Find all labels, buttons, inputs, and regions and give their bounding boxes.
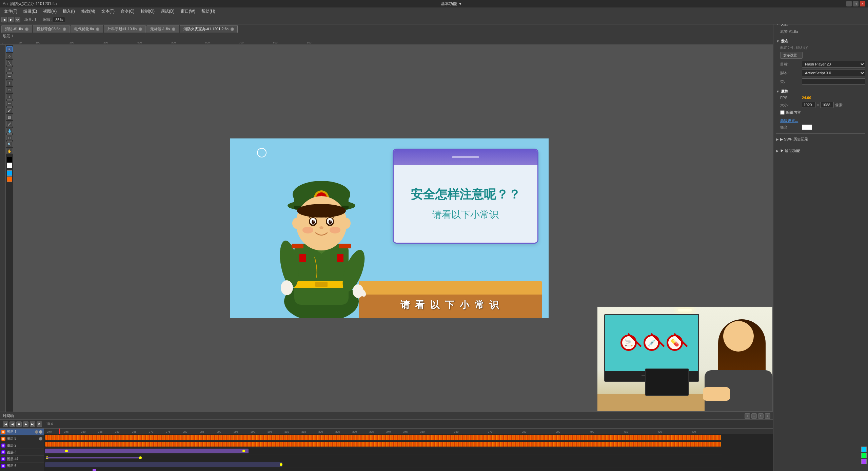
tl-delete-layer[interactable]: − — [751, 413, 757, 419]
tool-hand[interactable]: ✋ — [6, 148, 13, 154]
tab-4[interactable]: 无标题-1.fla × — [146, 25, 179, 33]
workspace-label[interactable]: 基本功能 ▼ — [441, 1, 462, 7]
menu-insert[interactable]: 插入(I) — [60, 8, 77, 15]
class-input[interactable] — [802, 78, 865, 84]
tool-oval[interactable]: ○ — [6, 94, 13, 100]
layer-vis-0[interactable] — [35, 430, 38, 434]
section-publish-header[interactable]: ▼ 发布 — [776, 37, 865, 45]
svg-point-48 — [330, 227, 340, 233]
script-row: 脚本: ActionScript 3.0 — [780, 70, 865, 76]
keyframe-dot-2a — [65, 450, 68, 452]
color-swatch-blue[interactable] — [7, 170, 12, 176]
play-forward[interactable]: ▶ — [23, 421, 28, 427]
width-input[interactable] — [802, 102, 815, 108]
layer-vis-1[interactable] — [39, 437, 42, 440]
title-bar: An 消防火灾宝办-1101201.fla 基本功能 ▼ − □ × — [0, 0, 868, 7]
play-stop[interactable]: ■ — [16, 421, 22, 427]
tool-text[interactable]: T — [6, 80, 13, 86]
layer-lock-0[interactable] — [39, 430, 42, 434]
tab-5[interactable]: 消防火灾宝办-#1.1201.2.fla × — [180, 25, 238, 33]
menu-text[interactable]: 文本(T) — [99, 8, 117, 15]
tab-close-4[interactable]: × — [172, 27, 175, 31]
tool-line[interactable]: ╲ — [6, 60, 13, 66]
auxiliary-header[interactable]: ▶ ▶ 辅助功能 — [776, 147, 865, 154]
tool-eyedrop[interactable]: 💧 — [6, 128, 13, 134]
menu-help[interactable]: 帮助(H) — [199, 8, 218, 15]
timeline-frames-panel[interactable]: 240 245 250 255 260 265 270 275 280 285 … — [44, 429, 773, 471]
swatch-purple[interactable] — [861, 459, 867, 464]
tool-zoom[interactable]: 🔍 — [6, 141, 13, 147]
color-swatch-orange[interactable] — [7, 176, 12, 182]
svg-text:400: 400 — [590, 430, 594, 433]
section-props-header[interactable]: ▼ 属性 — [776, 87, 865, 96]
layer-row-0[interactable]: ▦ 图层 1 — [0, 429, 44, 435]
edit-content-checkbox[interactable] — [780, 110, 785, 115]
layer-row-1[interactable]: ▦ 图层 5 — [0, 435, 44, 442]
tool-rect[interactable]: □ — [6, 87, 13, 93]
tool-pencil[interactable]: ✏ — [6, 100, 13, 107]
menu-modify[interactable]: 修改(M) — [78, 8, 98, 15]
tool-ink[interactable]: 🖊 — [6, 121, 13, 127]
svg-text:430: 430 — [691, 430, 696, 433]
target-select[interactable]: Flash Player 23 — [802, 61, 865, 68]
tool-eraser[interactable]: ◻ — [6, 134, 13, 140]
toolbar-btn-1[interactable]: ◀ — [1, 17, 7, 22]
playhead-indicator[interactable] — [58, 434, 58, 440]
svg-text:420: 420 — [657, 430, 662, 433]
tl-add-layer[interactable]: + — [745, 413, 750, 419]
script-select[interactable]: ActionScript 3.0 — [802, 70, 865, 76]
play-next-frame[interactable]: ▶| — [30, 421, 35, 427]
menu-file[interactable]: 文件(F) — [1, 8, 20, 15]
tool-paint[interactable]: ▧ — [6, 114, 13, 120]
menu-debug[interactable]: 调试(D) — [158, 8, 177, 15]
stage-color-swatch[interactable] — [802, 125, 812, 130]
stroke-color[interactable] — [7, 157, 12, 162]
menu-command[interactable]: 命令(C) — [118, 8, 137, 15]
tool-lasso[interactable]: ⌖ — [6, 67, 13, 73]
swatch-cyan[interactable] — [861, 447, 867, 452]
tl-move-down[interactable]: ↓ — [765, 413, 770, 419]
play-prev-frame[interactable]: |◀ — [3, 421, 8, 427]
tool-subselect[interactable]: ⊹ — [6, 53, 13, 59]
tab-1[interactable]: 投影背合03.fla × — [33, 25, 70, 33]
layer-row-5[interactable]: ▦ 图层 6 — [0, 463, 44, 469]
menu-window[interactable]: 窗口(W) — [178, 8, 198, 15]
no-pills-symbol: 💊 — [667, 335, 683, 351]
play-loop[interactable]: ↺ — [37, 421, 42, 427]
main-canvas: 安全怎样注意呢？？ 请看以下小常识 请 看 以 下 小 常 识 — [230, 138, 549, 318]
svg-text:275: 275 — [166, 430, 171, 433]
tool-brush[interactable]: 🖌 — [6, 107, 13, 113]
tab-2[interactable]: 电气优化.fla × — [71, 25, 103, 33]
menu-edit[interactable]: 编辑(E) — [21, 8, 40, 15]
toolbar-btn-2[interactable]: ▶ — [8, 17, 14, 22]
maximize-button[interactable]: □ — [853, 1, 859, 6]
swf-history-header[interactable]: ▶ ▶ SWF 历史记录 — [776, 136, 865, 143]
tab-close-1[interactable]: × — [63, 27, 66, 31]
tab-close-5[interactable]: × — [231, 27, 234, 31]
frame-track-3 — [44, 454, 722, 461]
character-policeman: ★ — [264, 155, 379, 318]
tab-3[interactable]: 外科手册#1.10.fla × — [104, 25, 146, 33]
tool-select[interactable]: ↖ — [6, 46, 13, 52]
fill-color[interactable] — [7, 163, 12, 168]
publish-settings-btn[interactable]: 发布设置... — [780, 52, 803, 59]
tl-move-up[interactable]: ↑ — [758, 413, 764, 419]
minimize-button[interactable]: − — [846, 1, 852, 6]
layer-row-3[interactable]: ▦ 图层 3 — [0, 449, 44, 456]
layer-row-2[interactable]: ▦ 图层 2 — [0, 442, 44, 449]
layer-row-6[interactable]: ▦ 图层 7 — [0, 469, 44, 471]
menu-control[interactable]: 控制(O) — [138, 8, 157, 15]
advanced-link[interactable]: 高级设置... — [780, 117, 865, 123]
layer-row-4[interactable]: ▦ 图层 #4 — [0, 456, 44, 463]
close-button[interactable]: × — [860, 1, 865, 6]
tool-pen[interactable]: ✒ — [6, 73, 13, 79]
toolbar-btn-3[interactable]: ⟳ — [15, 17, 20, 22]
play-back[interactable]: ◀ — [9, 421, 15, 427]
tab-close-3[interactable]: × — [139, 27, 142, 31]
swatch-green[interactable] — [861, 453, 867, 458]
tab-close-2[interactable]: × — [96, 27, 99, 31]
tab-0[interactable]: 消防-#1.fla × — [1, 25, 32, 33]
tab-close-0[interactable]: × — [25, 27, 28, 31]
height-input[interactable] — [820, 102, 834, 108]
menu-view[interactable]: 视图(V) — [40, 8, 59, 15]
